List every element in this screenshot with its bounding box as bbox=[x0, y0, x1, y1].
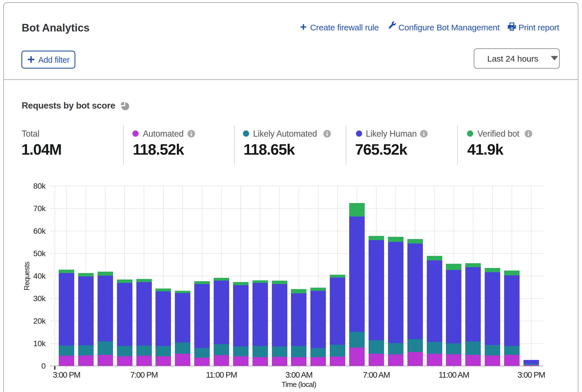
svg-text:30k: 30k bbox=[33, 294, 46, 303]
svg-text:3:00 PM: 3:00 PM bbox=[518, 370, 545, 379]
svg-text:10k: 10k bbox=[33, 339, 46, 348]
svg-text:Requests: Requests bbox=[22, 262, 31, 290]
svg-text:40k: 40k bbox=[33, 272, 46, 280]
svg-text:3:00 AM: 3:00 AM bbox=[285, 370, 312, 379]
svg-text:50k: 50k bbox=[33, 249, 46, 258]
svg-text:80k: 80k bbox=[33, 182, 46, 190]
svg-text:70k: 70k bbox=[33, 204, 46, 213]
svg-text:7:00 AM: 7:00 AM bbox=[363, 370, 390, 379]
svg-text:60k: 60k bbox=[33, 227, 46, 235]
svg-text:0: 0 bbox=[41, 362, 46, 370]
svg-text:7:00 PM: 7:00 PM bbox=[130, 370, 158, 379]
svg-text:Time (local): Time (local) bbox=[282, 380, 316, 389]
svg-text:3:00 PM: 3:00 PM bbox=[53, 370, 80, 379]
svg-text:11:00 PM: 11:00 PM bbox=[206, 370, 237, 379]
svg-text:11:00 AM: 11:00 AM bbox=[439, 370, 469, 379]
svg-text:20k: 20k bbox=[33, 317, 46, 325]
